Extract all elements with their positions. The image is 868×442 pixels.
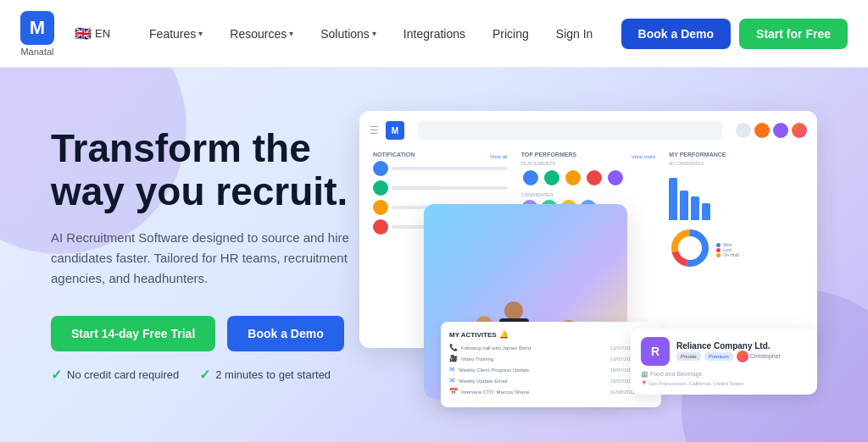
email-icon: ✉ [449, 366, 455, 373]
notif-avatar [373, 200, 388, 215]
calendar-icon: 📅 [449, 388, 458, 395]
book-demo-button[interactable]: Book a Demo [621, 19, 731, 49]
bell-icon: 🔔 [499, 330, 509, 339]
activities-title: MY ACTIVITES 🔔 [449, 330, 653, 339]
perf-avatar [606, 169, 625, 187]
nav-solutions[interactable]: Solutions ▾ [309, 20, 388, 47]
my-candidates-label: MY CANDIDATES [669, 161, 804, 166]
check-icon: ✓ [51, 367, 62, 383]
location-icon: 📍 [641, 380, 647, 386]
dash-right-icons [736, 123, 807, 138]
nav-signin[interactable]: Sign In [544, 20, 605, 47]
company-location: 📍 San Fransocisco, California, United St… [641, 380, 807, 386]
logo-icon: M [20, 11, 54, 45]
badge-quick-start: ✓ 2 minutes to get started [199, 367, 331, 383]
dash-topbar: ☰ M [370, 121, 807, 140]
building-icon: 🏢 [641, 371, 648, 377]
nav-resources[interactable]: Resources ▾ [218, 20, 305, 47]
activity-item: ✉ Weekly Client Progress Update 18/07/20… [449, 366, 653, 373]
dash-avatar [792, 123, 807, 138]
badge-no-credit-card: ✓ No credit card required [51, 367, 179, 383]
person-head [504, 301, 523, 320]
logo-area[interactable]: M Manatal [20, 11, 54, 57]
hero-right: ☰ M NOTIFICATION View all [432, 102, 817, 407]
activity-item: ✉ Weekly Update Email 18/07/2022 - 09:00 [449, 377, 653, 384]
hero-subtitle: AI Recruitment Software designed to sour… [51, 228, 356, 289]
nav-actions: Book a Demo Start for Free [621, 19, 848, 49]
activities-card: MY ACTIVITES 🔔 📞 Followup call with Jame… [441, 322, 661, 407]
company-industry: 🏢 Food and Beverage [641, 371, 807, 378]
notif-item [373, 161, 508, 176]
dash-icon [736, 123, 751, 138]
my-performance-col: MY PERFORMANCE MY CANDIDATES [665, 148, 807, 343]
chevron-down-icon: ▾ [198, 29, 203, 38]
donut-area: Won Lost On Hold [669, 227, 804, 269]
company-tags: Private Premium Christopher [676, 351, 781, 362]
brand-name: Manatal [20, 47, 53, 57]
bar [669, 178, 677, 220]
company-logo: R [641, 337, 670, 366]
activity-item: 📅 Interview CTO: Marcus Shane 31/08/2022… [449, 388, 653, 395]
phone-icon: 📞 [449, 344, 458, 351]
video-icon: 🎥 [449, 355, 458, 362]
company-card: R Reliance Company Ltd. Private Premium … [631, 329, 817, 395]
start-free-button[interactable]: Start for Free [739, 19, 848, 49]
view-all-link[interactable]: View all [490, 154, 508, 159]
dash-settings-icon [773, 123, 788, 138]
user-avatar [737, 351, 748, 362]
company-user: Christopher [737, 351, 781, 362]
dash-notification-icon [754, 123, 770, 138]
company-top: R Reliance Company Ltd. Private Premium … [641, 337, 807, 366]
lang-code: EN [95, 27, 110, 40]
placements-label: PLACEMENTS [521, 161, 656, 166]
donut-chart [669, 227, 711, 269]
menu-icon: ☰ [370, 124, 379, 136]
view-more-link[interactable]: View more [632, 154, 655, 159]
activity-item: 🎥 Video Training 13/07/2023 - 11:00 [449, 355, 653, 362]
chevron-down-icon: ▾ [289, 29, 293, 38]
private-tag: Private [676, 352, 701, 361]
hero-book-demo-button[interactable]: Book a Demo [227, 316, 343, 351]
navbar: M Manatal 🇬🇧 EN Features ▾ Resources ▾ S… [0, 0, 868, 68]
company-info: Reliance Company Ltd. Private Premium Ch… [676, 341, 781, 362]
nav-features[interactable]: Features ▾ [137, 20, 214, 47]
legend: Won Lost On Hold [716, 242, 738, 257]
notif-item [373, 180, 508, 196]
perf-avatar [585, 169, 604, 187]
perf-avatar [521, 169, 540, 187]
perf-avatar [564, 169, 582, 187]
flag-icon: 🇬🇧 [75, 25, 92, 41]
bar [691, 196, 699, 220]
email-icon: ✉ [449, 377, 455, 384]
notif-avatar [373, 180, 388, 196]
free-trial-button[interactable]: Start 14-day Free Trial [51, 316, 215, 351]
nav-links: Features ▾ Resources ▾ Solutions ▾ Integ… [137, 20, 621, 47]
language-selector[interactable]: 🇬🇧 EN [75, 25, 110, 41]
premium-tag: Premium [704, 352, 733, 361]
dash-logo: M [386, 121, 404, 140]
nav-pricing[interactable]: Pricing [481, 20, 541, 47]
activity-item: 📞 Followup call with James Bond 13/07/20… [449, 344, 653, 351]
perf-avatar [542, 169, 561, 187]
nav-integrations[interactable]: Integrations [392, 20, 477, 47]
check-icon: ✓ [199, 367, 210, 383]
dash-search-bar [418, 121, 722, 140]
notif-avatar [373, 219, 388, 235]
notification-title: NOTIFICATION [373, 152, 415, 157]
top-performers-title: TOP PERFORMERS [521, 152, 576, 157]
notif-avatar [373, 161, 388, 176]
hero-section: Transform the way you recruit. AI Recrui… [0, 68, 868, 442]
chevron-down-icon: ▾ [372, 29, 376, 38]
legend-dot [716, 253, 721, 257]
top-perf-avatars [521, 169, 656, 187]
bar-chart [669, 169, 804, 220]
bar [680, 191, 688, 220]
company-name: Reliance Company Ltd. [676, 341, 781, 351]
hero-badges: ✓ No credit card required ✓ 2 minutes to… [51, 367, 415, 383]
my-performance-title: MY PERFORMANCE [669, 152, 804, 157]
bar [702, 203, 710, 220]
legend-dot [716, 248, 721, 252]
candidates-label: CANDIDATES [521, 192, 656, 197]
legend-onhold: On Hold [716, 252, 738, 257]
legend-dot [716, 243, 721, 247]
